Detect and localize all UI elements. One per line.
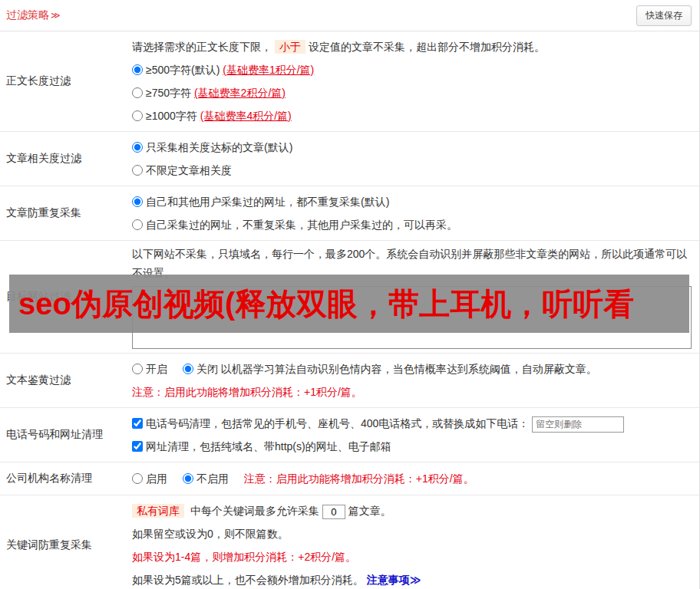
content-length-option-row: ≥1000字符 (基础费率4积分/篇) <box>132 104 692 127</box>
radio-option-company-off[interactable]: 不启用 <box>183 472 232 485</box>
row-phone-url-clean: 电话号码和网址清理 电话号码清理，包括常见的手机号、座机号、400电话格式，或替… <box>0 408 699 462</box>
company-label: 公司机构名称清理 <box>0 467 132 490</box>
phone-clean-text: 电话号码清理，包括常见的手机号、座机号、400电话格式，或替换成如下电话： <box>146 417 529 429</box>
url-clean-text: 网址清理，包括纯域名、带http(s)的网址、电子邮箱 <box>146 440 391 452</box>
radio-company-on[interactable] <box>132 473 143 484</box>
keyword-limit-end: 篇文章。 <box>345 505 391 517</box>
radio-porn-off[interactable] <box>183 364 193 374</box>
company-note: 注意：启用此功能将增加积分消耗：+1积分/篇。 <box>244 472 474 485</box>
row-keyword-dedup: 关键词防重复采集 私有词库 中每个关键词最多允许采集 篇文章。 如果留空或设为0… <box>0 495 699 589</box>
keyword-content: 私有词库 中每个关键词最多允许采集 篇文章。 如果留空或设为0，则不限篇数。 如… <box>132 499 699 589</box>
checkbox-url-clean[interactable] <box>132 441 143 452</box>
url-clean-row: 网址清理，包括纯域名、带http(s)的网址、电子邮箱 <box>132 435 692 458</box>
radio-relevance-strict-label: 只采集相关度达标的文章(默认) <box>146 141 292 153</box>
content-length-label: 正文长度过滤 <box>0 35 132 127</box>
chevron-icon: ≫ <box>51 10 61 21</box>
porn-filter-content: 开启 关闭 以机器学习算法自动识别色情内容，当色情概率达到系统阈值，自动屏蔽文章… <box>132 357 699 403</box>
radio-option-dedup-self[interactable]: 自己采集过的网址，不重复采集，其他用户采集过的，可以再采。 <box>132 219 457 231</box>
radio-option-500[interactable]: ≥500字符(默认) (基础费率1积分/篇) <box>132 64 314 76</box>
radio-1000[interactable] <box>132 110 143 121</box>
radio-company-off[interactable] <box>183 473 193 484</box>
relevance-option-row: 只采集相关度达标的文章(默认) <box>132 136 692 159</box>
porn-filter-label: 文本鉴黄过滤 <box>0 357 132 403</box>
radio-company-on-label: 启用 <box>146 472 167 485</box>
keyword-label: 关键词防重复采集 <box>0 499 132 589</box>
keyword-note-free-row: 如果设为5篇或以上，也不会额外增加积分消耗。 注意事项≫ <box>132 568 692 589</box>
watermark-banner: seo伪原创视频(释放双眼，带上耳机，听听看 <box>9 275 689 333</box>
intro-post: 设定值的文章不采集，超出部分不增加积分消耗。 <box>309 41 545 53</box>
row-dedup: 文章防重复采集 自己和其他用户采集过的网址，都不重复采集(默认) 自己采集过的网… <box>0 186 699 241</box>
keyword-note-unlimited: 如果留空或设为0，则不限篇数。 <box>132 522 692 545</box>
radio-company-off-label: 不启用 <box>196 472 229 485</box>
filter-strategy-page: 过滤策略≫ 快速保存 正文长度过滤 请选择需求的正文长度下限，小于设定值的文章不… <box>0 0 699 589</box>
intro-pre: 请选择需求的正文长度下限， <box>132 41 272 53</box>
keyword-limit-row: 私有词库 中每个关键词最多允许采集 篇文章。 <box>132 499 692 522</box>
dedup-option-row: 自己采集过的网址，不重复采集，其他用户采集过的，可以再采。 <box>132 213 692 236</box>
row-porn-filter: 文本鉴黄过滤 开启 关闭 以机器学习算法自动识别色情内容，当色情概率达到系统阈值… <box>0 354 699 408</box>
notes-link[interactable]: 注意事项≫ <box>367 574 421 586</box>
radio-750[interactable] <box>132 87 143 98</box>
radio-option-porn-off[interactable]: 关闭 <box>183 363 221 375</box>
row-content-length: 正文长度过滤 请选择需求的正文长度下限，小于设定值的文章不采集，超出部分不增加积… <box>0 31 699 132</box>
radio-dedup-self-label: 自己采集过的网址，不重复采集，其他用户采集过的，可以再采。 <box>146 219 457 231</box>
porn-filter-desc: 以机器学习算法自动识别色情内容，当色情概率达到系统阈值，自动屏蔽文章。 <box>221 363 597 375</box>
radio-500[interactable] <box>132 64 143 75</box>
radio-option-relevance-strict[interactable]: 只采集相关度达标的文章(默认) <box>132 141 292 153</box>
porn-filter-note: 注意：启用此功能将增加积分消耗：+1积分/篇。 <box>132 380 692 403</box>
relevance-content: 只采集相关度达标的文章(默认) 不限定文章相关度 <box>132 136 699 182</box>
radio-porn-off-label: 关闭 <box>196 363 218 375</box>
content-length-content: 请选择需求的正文长度下限，小于设定值的文章不采集，超出部分不增加积分消耗。 ≥5… <box>132 35 699 127</box>
radio-750-note: (基础费率2积分/篇) <box>194 87 286 99</box>
radio-500-label: ≥500字符(默认) <box>146 64 223 76</box>
content-length-option-row: ≥500字符(默认) (基础费率1积分/篇) <box>132 58 692 81</box>
radio-option-relevance-any[interactable]: 不限定文章相关度 <box>132 164 232 176</box>
company-content: 启用 不启用 注意：启用此功能将增加积分消耗：+1积分/篇。 <box>132 467 699 490</box>
keyword-note-cost: 如果设为1-4篇，则增加积分消耗：+2积分/篇。 <box>132 545 692 568</box>
checkbox-option-url-clean[interactable]: 网址清理，包括纯域名、带http(s)的网址、电子邮箱 <box>132 440 391 452</box>
keyword-count-input[interactable] <box>322 505 345 519</box>
radio-option-company-on[interactable]: 启用 <box>132 472 170 485</box>
page-title-text: 过滤策略 <box>6 8 49 21</box>
radio-1000-note: (基础费率4积分/篇) <box>200 110 292 122</box>
content-length-option-row: ≥750字符 (基础费率2积分/篇) <box>132 81 692 104</box>
radio-dedup-global[interactable] <box>132 196 143 207</box>
row-company-clean: 公司机构名称清理 启用 不启用 注意：启用此功能将增加积分消耗：+1积分/篇。 <box>0 462 699 495</box>
quick-save-button[interactable]: 快速保存 <box>636 5 692 26</box>
radio-porn-on-label: 开启 <box>146 363 167 375</box>
phone-url-content: 电话号码清理，包括常见的手机号、座机号、400电话格式，或替换成如下电话： 网址… <box>132 412 699 458</box>
radio-relevance-strict[interactable] <box>132 142 143 153</box>
radio-porn-on[interactable] <box>132 364 143 374</box>
page-title[interactable]: 过滤策略≫ <box>6 8 61 22</box>
watermark-text: seo伪原创视频(释放双眼，带上耳机，听听看 <box>9 283 634 325</box>
header: 过滤策略≫ 快速保存 <box>0 0 699 31</box>
keyword-limit-text: 中每个关键词最多允许采集 <box>187 505 322 517</box>
porn-filter-option-row: 开启 关闭 以机器学习算法自动识别色情内容，当色情概率达到系统阈值，自动屏蔽文章… <box>132 357 692 380</box>
radio-relevance-any-label: 不限定文章相关度 <box>146 164 232 176</box>
dedup-label: 文章防重复采集 <box>0 190 132 236</box>
keyword-note-free: 如果设为5篇或以上，也不会额外增加积分消耗。 <box>132 574 367 586</box>
radio-option-750[interactable]: ≥750字符 (基础费率2积分/篇) <box>132 87 286 99</box>
dedup-content: 自己和其他用户采集过的网址，都不重复采集(默认) 自己采集过的网址，不重复采集，… <box>132 190 699 236</box>
phone-replacement-input[interactable] <box>532 416 624 433</box>
radio-dedup-self[interactable] <box>132 219 143 230</box>
row-relevance: 文章相关度过滤 只采集相关度达标的文章(默认) 不限定文章相关度 <box>0 132 699 186</box>
checkbox-option-phone-clean[interactable]: 电话号码清理，包括常见的手机号、座机号、400电话格式，或替换成如下电话： <box>132 417 532 429</box>
radio-option-dedup-global[interactable]: 自己和其他用户采集过的网址，都不重复采集(默认) <box>132 196 389 208</box>
radio-relevance-any[interactable] <box>132 165 143 176</box>
less-than-highlight: 小于 <box>275 40 305 54</box>
radio-option-1000[interactable]: ≥1000字符 (基础费率4积分/篇) <box>132 110 292 122</box>
dedup-option-row: 自己和其他用户采集过的网址，都不重复采集(默认) <box>132 190 692 213</box>
radio-500-note: (基础费率1积分/篇) <box>223 64 314 76</box>
radio-750-label: ≥750字符 <box>146 87 194 99</box>
phone-clean-row: 电话号码清理，包括常见的手机号、座机号、400电话格式，或替换成如下电话： <box>132 412 692 435</box>
relevance-label: 文章相关度过滤 <box>0 136 132 182</box>
content-length-intro: 请选择需求的正文长度下限，小于设定值的文章不采集，超出部分不增加积分消耗。 <box>132 35 692 58</box>
private-lexicon-tag: 私有词库 <box>132 504 184 518</box>
radio-dedup-global-label: 自己和其他用户采集过的网址，都不重复采集(默认) <box>146 196 389 208</box>
radio-option-porn-on[interactable]: 开启 <box>132 363 170 375</box>
phone-url-label: 电话号码和网址清理 <box>0 412 132 458</box>
radio-1000-label: ≥1000字符 <box>146 110 200 122</box>
relevance-option-row: 不限定文章相关度 <box>132 159 692 182</box>
checkbox-phone-clean[interactable] <box>132 418 143 429</box>
company-option-row: 启用 不启用 注意：启用此功能将增加积分消耗：+1积分/篇。 <box>132 467 692 490</box>
